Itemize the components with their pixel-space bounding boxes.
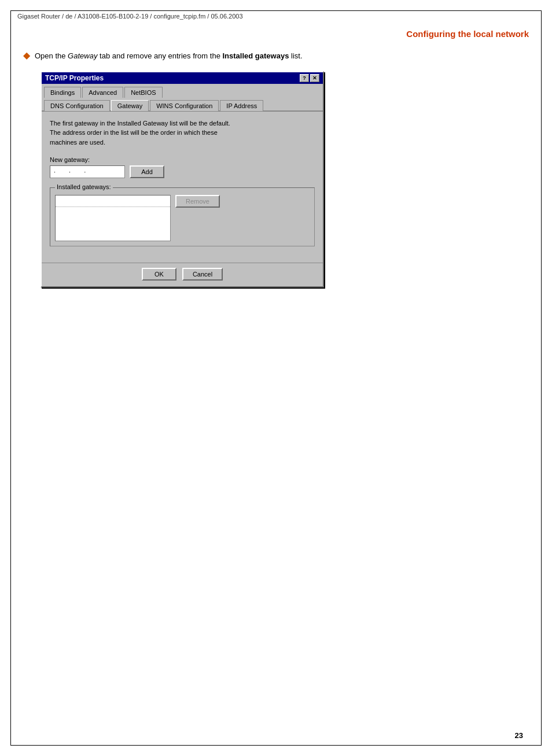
dialog-description: The first gateway in the Installed Gatew…	[50, 119, 315, 147]
instruction-line: ◆ Open the Gateway tab and remove any en…	[23, 49, 529, 62]
tab-dns-configuration[interactable]: DNS Configuration	[44, 100, 110, 111]
instruction-text: Open the Gateway tab and remove any entr…	[35, 50, 303, 62]
gateway-input-row: · · · Add	[50, 165, 315, 178]
tab-netbios[interactable]: NetBIOS	[124, 87, 162, 98]
page-number: 23	[515, 731, 523, 740]
installed-gateways-label: Installed gateways:	[55, 183, 113, 190]
tcp-ip-properties-dialog: TCP/IP Properties ? ✕ Bindings Advanced	[41, 71, 324, 288]
installed-gateways-listbox[interactable]	[55, 195, 171, 241]
installed-gateways-group: Installed gateways: Remove	[50, 187, 315, 246]
tab-ip-address[interactable]: IP Address	[220, 100, 263, 111]
section-title: Configuring the local network	[23, 29, 529, 39]
add-button[interactable]: Add	[130, 165, 164, 178]
new-gateway-input[interactable]: · · ·	[50, 165, 125, 178]
page-border-top	[10, 10, 542, 11]
titlebar-controls: ? ✕	[300, 74, 319, 82]
bullet-icon: ◆	[23, 50, 30, 61]
installed-inner: Remove	[55, 195, 310, 241]
dialog-body: The first gateway in the Installed Gatew…	[42, 112, 323, 263]
main-content: Configuring the local network ◆ Open the…	[23, 29, 529, 287]
tab-advanced[interactable]: Advanced	[82, 87, 123, 98]
listbox-item	[56, 196, 170, 207]
tab-gateway[interactable]: Gateway	[111, 100, 149, 111]
remove-button[interactable]: Remove	[175, 195, 220, 208]
page-border-bottom	[10, 745, 542, 746]
dialog-titlebar: TCP/IP Properties ? ✕	[42, 72, 323, 84]
tab-strip: Bindings Advanced NetBIOS DNS Configurat…	[42, 84, 323, 112]
ok-button[interactable]: OK	[142, 268, 176, 281]
dialog-footer: OK Cancel	[42, 263, 323, 286]
help-button[interactable]: ?	[300, 74, 309, 82]
close-button[interactable]: ✕	[310, 74, 319, 82]
new-gateway-label: New gateway:	[50, 156, 315, 163]
page-border-left	[10, 10, 11, 746]
cancel-button[interactable]: Cancel	[182, 268, 223, 281]
tab-wins-configuration[interactable]: WINS Configuration	[150, 100, 219, 111]
dialog-title: TCP/IP Properties	[45, 74, 104, 82]
page-header: Gigaset Router / de / A31008-E105-B100-2…	[17, 13, 535, 20]
header-text: Gigaset Router / de / A31008-E105-B100-2…	[17, 13, 243, 20]
dialog-wrapper: TCP/IP Properties ? ✕ Bindings Advanced	[41, 71, 529, 288]
tab-bindings[interactable]: Bindings	[44, 87, 81, 98]
page-border-right	[541, 10, 542, 746]
